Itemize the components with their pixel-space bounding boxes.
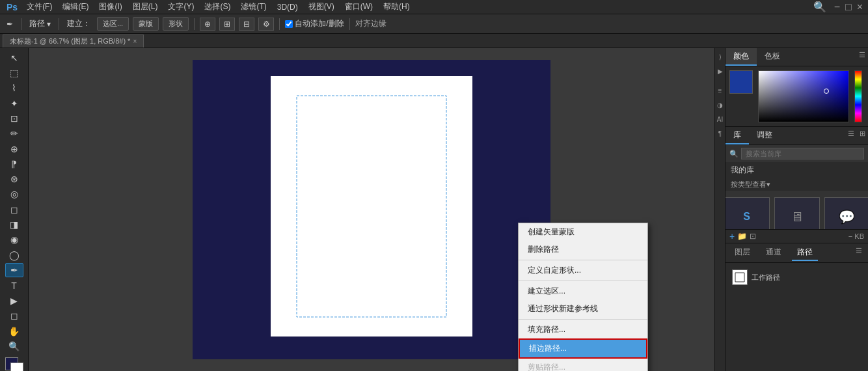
ctx-stroke-path[interactable]: 描边路径... xyxy=(519,338,647,359)
history-brush-tool[interactable]: ◎ xyxy=(5,187,23,201)
ctx-sep-2 xyxy=(519,281,647,281)
menubar: Ps 文件(F) 编辑(E) 图像(I) 图层(L) 文字(Y) 选择(S) 滤… xyxy=(0,0,868,14)
magic-wand-tool[interactable]: ✦ xyxy=(5,96,23,110)
window-close-icon[interactable]: × xyxy=(854,1,865,13)
library-tab[interactable]: 库 xyxy=(726,127,749,144)
mask-button[interactable]: 蒙版 xyxy=(133,17,159,31)
window-min-icon[interactable]: − xyxy=(832,1,843,13)
ps-logo: Ps xyxy=(3,2,21,12)
auto-add-check[interactable] xyxy=(285,20,293,28)
select-button[interactable]: 选区... xyxy=(97,17,129,31)
brush-tool[interactable]: ⁋ xyxy=(5,157,23,171)
eyedropper-tool[interactable]: ✏ xyxy=(5,127,23,141)
lib-size-label: − KB xyxy=(848,232,864,240)
work-path-svg xyxy=(733,271,746,284)
adjust-tab[interactable]: 调整 xyxy=(749,127,780,144)
build-text: 建立： xyxy=(67,18,90,29)
paragraph-icon[interactable]: ¶ xyxy=(716,129,725,138)
tab-layers[interactable]: 图层 xyxy=(729,245,755,261)
toolbar-sep-2 xyxy=(59,18,59,30)
pen-tool-icon[interactable]: ✒ xyxy=(4,18,16,30)
lib-folder-icon[interactable]: 📁 xyxy=(737,232,747,241)
ctx-make-selection[interactable]: 建立选区... xyxy=(519,282,647,300)
menu-window[interactable]: 窗口(W) xyxy=(340,0,378,14)
search-icon[interactable]: 🔍 xyxy=(808,1,832,13)
settings-icon[interactable]: ⚙ xyxy=(258,18,274,31)
menu-file[interactable]: 文件(F) xyxy=(21,0,57,14)
work-path-item[interactable]: 工作路径 xyxy=(729,267,864,288)
library-search-input[interactable] xyxy=(741,148,864,159)
menu-type[interactable]: 文字(Y) xyxy=(163,0,199,14)
toolbar-sep-1 xyxy=(21,18,21,30)
menu-help[interactable]: 帮助(H) xyxy=(378,0,415,14)
menu-select[interactable]: 选择(S) xyxy=(199,0,236,14)
move-tool[interactable]: ↖ xyxy=(5,51,23,64)
lib-link-icon[interactable]: ⊡ xyxy=(750,232,756,241)
zoom-tool[interactable]: 🔍 xyxy=(5,339,23,353)
menu-view[interactable]: 视图(V) xyxy=(303,0,340,14)
gradient-tool[interactable]: ◨ xyxy=(5,217,23,231)
mode-selector[interactable]: 路径 ▾ xyxy=(27,17,53,31)
tab-title: 未标题-1 @ 66.7% (图层 1, RGB/8#) * xyxy=(10,36,130,46)
color-gradient-picker[interactable] xyxy=(758,70,849,122)
foreground-color-swatch[interactable] xyxy=(729,70,753,94)
ctx-fill-path[interactable]: 填充路径... xyxy=(519,321,647,338)
layers-icon[interactable]: ≡ xyxy=(716,86,725,95)
lib-add-icon[interactable]: + xyxy=(729,231,735,241)
ai-icon[interactable]: AI xyxy=(716,115,725,124)
healing-tool[interactable]: ⊕ xyxy=(5,142,23,156)
toolbar: ✒ 路径 ▾ 建立： 选区... 蒙版 形状 ⊕ ⊞ ⊟ ⚙ 自动添加/删除 对… xyxy=(0,14,868,34)
ctx-new-guide-from-shape[interactable]: 通过形状新建参考线 xyxy=(519,300,647,318)
ctx-sep-3 xyxy=(519,319,647,320)
blur-tool[interactable]: ◉ xyxy=(5,233,23,247)
ctx-clipping-path[interactable]: 剪贴路径... xyxy=(519,359,647,371)
menu-3d[interactable]: 3D(D) xyxy=(272,1,303,13)
type-tool[interactable]: T xyxy=(5,279,23,292)
canvas-area[interactable]: 创建矢量蒙版 删除路径 定义自定形状... 建立选区... 通过形状新建参考线 … xyxy=(29,48,714,371)
menu-filter[interactable]: 滤镜(T) xyxy=(236,0,271,14)
pen-tool-active[interactable]: ✒ xyxy=(5,263,23,277)
play-icon[interactable]: ▶ xyxy=(716,66,725,76)
library-search-bar: 🔍 xyxy=(726,145,868,162)
menu-edit[interactable]: 编辑(E) xyxy=(57,0,94,14)
color-hue-slider[interactable] xyxy=(854,70,862,122)
panel-menu-icon[interactable]: ☰ xyxy=(854,245,864,261)
path-operations-icon[interactable]: ⊕ xyxy=(200,18,215,31)
ctx-create-vector-mask[interactable]: 创建矢量蒙版 xyxy=(519,223,647,241)
ctx-delete-path[interactable]: 删除路径 xyxy=(519,241,647,258)
library-view-by[interactable]: 按类型查看 ▾ xyxy=(726,178,868,191)
path-alignment-icon[interactable]: ⊞ xyxy=(219,18,235,31)
tab-close-button[interactable]: × xyxy=(133,38,137,45)
lib-panel-expand-icon[interactable]: ⊞ xyxy=(857,127,868,144)
tab-channels[interactable]: 通道 xyxy=(761,245,787,261)
eraser-tool[interactable]: ◻ xyxy=(5,202,23,216)
crop-tool[interactable]: ⊡ xyxy=(5,111,23,125)
color-swatches[interactable] xyxy=(5,357,23,371)
lasso-tool[interactable]: ⌇ xyxy=(5,81,23,95)
path-svg xyxy=(271,76,472,337)
clone-tool[interactable]: ⊛ xyxy=(5,172,23,186)
dodge-tool[interactable]: ◯ xyxy=(5,248,23,262)
color-tab-color[interactable]: 颜色 xyxy=(726,48,757,66)
menu-image[interactable]: 图像(I) xyxy=(94,0,127,14)
collapse-icon[interactable]: ⟩ xyxy=(716,52,725,61)
tab-paths[interactable]: 路径 xyxy=(792,245,818,261)
canvas-background: 创建矢量蒙版 删除路径 定义自定形状... 建立选区... 通过形状新建参考线 … xyxy=(193,60,550,359)
path-selection-tool[interactable]: ▶ xyxy=(5,294,23,307)
ctx-define-shape[interactable]: 定义自定形状... xyxy=(519,262,647,279)
adjust-icon[interactable]: ◑ xyxy=(716,100,725,109)
shape-button[interactable]: 形状 xyxy=(163,17,189,31)
document-tab[interactable]: 未标题-1 @ 66.7% (图层 1, RGB/8#) * × xyxy=(3,34,144,48)
lib-panel-menu-icon[interactable]: ☰ xyxy=(845,127,857,144)
view-by-label: 按类型查看 xyxy=(731,180,766,189)
color-panel: 颜色 色板 ☰ xyxy=(726,48,868,127)
window-restore-icon[interactable]: □ xyxy=(843,1,854,13)
color-tab-swatch[interactable]: 色板 xyxy=(757,48,788,66)
marquee-tool[interactable]: ⬚ xyxy=(5,66,23,79)
hand-tool[interactable]: ✋ xyxy=(5,324,23,338)
auto-add-checkbox[interactable]: 自动添加/删除 xyxy=(285,18,344,29)
path-arrangement-icon[interactable]: ⊟ xyxy=(239,18,254,31)
menu-layer[interactable]: 图层(L) xyxy=(128,0,163,14)
color-panel-menu-icon[interactable]: ☰ xyxy=(856,48,868,66)
shape-tool[interactable]: ◻ xyxy=(5,309,23,323)
